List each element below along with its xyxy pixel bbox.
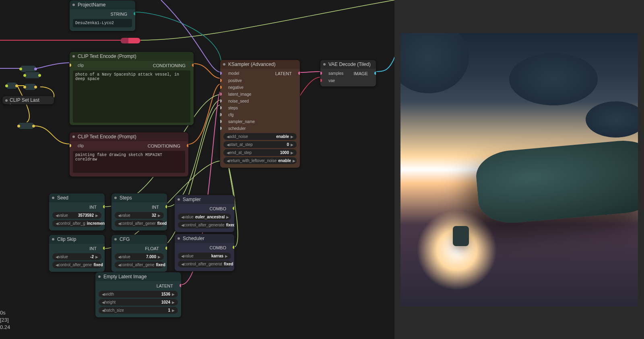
node-header[interactable]: Steps bbox=[111, 193, 167, 202]
collapse-dot-icon[interactable] bbox=[178, 198, 180, 201]
output-port[interactable] bbox=[165, 205, 167, 208]
input-port[interactable] bbox=[19, 68, 22, 70]
output-port[interactable] bbox=[32, 125, 35, 127]
chevron-right-icon[interactable]: ▶ bbox=[291, 143, 293, 147]
value-widget[interactable]: ◀value32▶ bbox=[115, 212, 164, 219]
collapse-dot-icon[interactable] bbox=[178, 237, 180, 240]
collapse-dot-icon[interactable] bbox=[114, 238, 117, 240]
input-port[interactable] bbox=[220, 92, 222, 96]
value-widget[interactable]: ◀value3573592▶ bbox=[52, 212, 101, 219]
output-port[interactable] bbox=[298, 72, 300, 75]
chevron-left-icon[interactable]: ◀ bbox=[181, 223, 184, 227]
control-after-generate-widget[interactable]: ◀control_after_generatfixed▶ bbox=[178, 261, 231, 267]
chevron-left-icon[interactable]: ◀ bbox=[56, 255, 58, 259]
reroute-node[interactable] bbox=[24, 83, 36, 90]
start-at-step-widget[interactable]: ◀start_at_step0▶ bbox=[223, 141, 297, 148]
chevron-right-icon[interactable]: ▶ bbox=[293, 159, 295, 163]
output-port[interactable] bbox=[187, 144, 189, 147]
chevron-left-icon[interactable]: ◀ bbox=[227, 143, 229, 147]
chevron-left-icon[interactable]: ◀ bbox=[56, 214, 58, 218]
input-port[interactable] bbox=[220, 120, 222, 123]
reroute-node[interactable] bbox=[6, 82, 17, 89]
control-after-generate-widget[interactable]: ◀control_after_gincrement▶ bbox=[52, 220, 101, 227]
chevron-right-icon[interactable]: ▶ bbox=[95, 255, 98, 259]
control-after-generate-widget[interactable]: ◀control_after_genefixed▶ bbox=[52, 261, 101, 268]
value-widget[interactable]: ◀valueeuler_ancestral▶ bbox=[178, 214, 231, 220]
input-port[interactable] bbox=[220, 86, 222, 89]
reroute-node[interactable] bbox=[24, 72, 40, 79]
input-port[interactable] bbox=[69, 144, 71, 147]
collapse-dot-icon[interactable] bbox=[114, 197, 117, 199]
input-port[interactable] bbox=[220, 99, 222, 103]
node-header[interactable]: ProjectName bbox=[70, 0, 135, 9]
chevron-right-icon[interactable]: ▶ bbox=[158, 214, 161, 218]
collapse-dot-icon[interactable] bbox=[72, 4, 75, 6]
node-header[interactable]: CLIP Set Last Layer bbox=[2, 96, 54, 105]
value-widget[interactable]: ◀value7.000▶ bbox=[115, 253, 164, 260]
input-port[interactable] bbox=[220, 79, 222, 82]
chevron-right-icon[interactable]: ▶ bbox=[172, 308, 175, 312]
collapse-dot-icon[interactable] bbox=[72, 55, 75, 58]
chevron-right-icon[interactable]: ▶ bbox=[172, 292, 175, 296]
height-widget[interactable]: ◀height1024▶ bbox=[99, 299, 178, 306]
clip-skip-node[interactable]: Clip Skip INT ◀value-2▶ ◀control_after_g… bbox=[49, 234, 105, 272]
output-port[interactable] bbox=[103, 247, 105, 250]
cfg-node[interactable]: CFG FLOAT ◀value7.000▶ ◀control_after_ge… bbox=[111, 234, 167, 272]
chevron-right-icon[interactable]: ▶ bbox=[95, 214, 98, 218]
chevron-left-icon[interactable]: ◀ bbox=[227, 151, 229, 155]
chevron-right-icon[interactable]: ▶ bbox=[225, 254, 228, 258]
chevron-right-icon[interactable]: ▶ bbox=[291, 135, 293, 139]
chevron-left-icon[interactable]: ◀ bbox=[118, 263, 121, 267]
output-port[interactable] bbox=[38, 74, 41, 77]
output-port[interactable] bbox=[374, 72, 376, 75]
chevron-left-icon[interactable]: ◀ bbox=[227, 159, 229, 163]
ksampler-advanced-node[interactable]: KSampler (Advanced) model LATENT positiv… bbox=[220, 60, 300, 168]
input-port[interactable] bbox=[23, 86, 26, 88]
return-leftover-noise-widget[interactable]: ◀return_with_leftover_noiseenable▶ bbox=[223, 157, 297, 164]
node-header[interactable]: Clip Skip bbox=[49, 235, 105, 244]
node-header[interactable]: Empty Latent Image bbox=[95, 272, 181, 281]
chevron-right-icon[interactable]: ▶ bbox=[291, 151, 293, 155]
prompt-text[interactable]: photo of a Navy Spaceship attack vessel,… bbox=[73, 70, 190, 123]
reroute-node[interactable] bbox=[121, 38, 140, 43]
node-header[interactable]: Scheduler bbox=[175, 234, 234, 243]
output-port[interactable] bbox=[34, 86, 37, 88]
chevron-left-icon[interactable]: ◀ bbox=[102, 292, 105, 296]
node-header[interactable]: VAE Decode (Tiled) bbox=[320, 60, 376, 69]
clip-set-last-layer-node[interactable]: CLIP Set Last Layer bbox=[2, 96, 54, 105]
chevron-right-icon[interactable]: ▶ bbox=[226, 215, 229, 219]
batch-size-widget[interactable]: ◀batch_size1▶ bbox=[99, 307, 178, 314]
chevron-left-icon[interactable]: ◀ bbox=[181, 254, 184, 258]
vae-decode-tiled-node[interactable]: VAE Decode (Tiled) samples IMAGE vae bbox=[320, 60, 376, 87]
output-port[interactable] bbox=[165, 247, 167, 250]
input-port[interactable] bbox=[23, 74, 26, 77]
seed-node[interactable]: Seed INT ◀value3573592▶ ◀control_after_g… bbox=[49, 193, 105, 231]
chevron-left-icon[interactable]: ◀ bbox=[56, 263, 58, 267]
project-name-value[interactable]: DesuZenka1-Lyco2 bbox=[73, 19, 132, 27]
chevron-left-icon[interactable]: ◀ bbox=[181, 262, 184, 266]
chevron-left-icon[interactable]: ◀ bbox=[181, 215, 184, 219]
output-port[interactable] bbox=[103, 205, 105, 208]
chevron-left-icon[interactable]: ◀ bbox=[227, 135, 229, 139]
node-header[interactable]: KSampler (Advanced) bbox=[220, 60, 300, 69]
node-header[interactable]: Seed bbox=[49, 193, 105, 202]
input-port[interactable] bbox=[220, 127, 222, 130]
width-widget[interactable]: ◀width1536▶ bbox=[99, 291, 178, 298]
input-port[interactable] bbox=[220, 106, 222, 109]
project-name-node[interactable]: ProjectName STRING DesuZenka1-Lyco2 bbox=[69, 0, 136, 31]
control-after-generate-widget[interactable]: ◀control_after_genefixed▶ bbox=[115, 261, 164, 268]
output-port[interactable] bbox=[180, 284, 182, 287]
node-header[interactable]: CLIP Text Encode (Prompt) bbox=[70, 52, 194, 61]
output-port[interactable] bbox=[134, 12, 136, 15]
collapse-dot-icon[interactable] bbox=[72, 136, 75, 138]
chevron-right-icon[interactable]: ▶ bbox=[172, 300, 175, 304]
collapse-dot-icon[interactable] bbox=[98, 275, 101, 278]
add-noise-widget[interactable]: ◀add_noiseenable▶ bbox=[223, 133, 297, 140]
node-header[interactable]: CFG bbox=[111, 235, 167, 244]
end-at-step-widget[interactable]: ◀end_at_step1000▶ bbox=[223, 149, 297, 156]
node-header[interactable]: CLIP Text Encode (Prompt) bbox=[70, 132, 188, 141]
chevron-right-icon[interactable]: ▶ bbox=[105, 263, 105, 267]
input-port[interactable] bbox=[320, 79, 322, 82]
collapse-dot-icon[interactable] bbox=[223, 63, 225, 66]
preview-image[interactable] bbox=[400, 33, 638, 306]
